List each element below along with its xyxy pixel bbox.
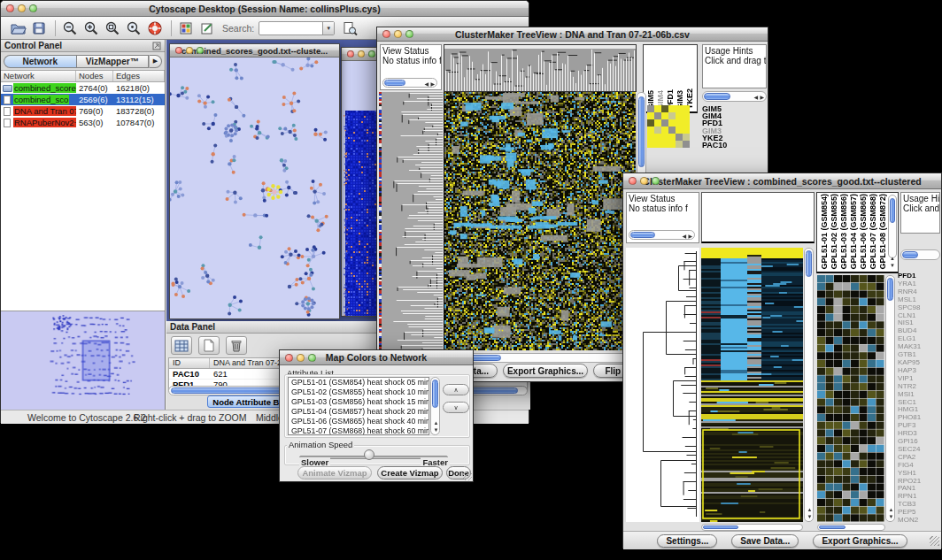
network1-titlebar[interactable]: combined_scores_good.txt--cluste... <box>170 44 339 58</box>
similarity-matrix-canvas[interactable] <box>647 105 690 148</box>
arrow-right-icon[interactable]: ▶ <box>688 234 692 239</box>
network-row[interactable]: RNAPuberNov2+| 563(0) 107847(0) <box>1 117 165 128</box>
usage-hints-scrollbar[interactable]: ◀▶ <box>702 91 767 102</box>
zoom-window-icon[interactable] <box>197 47 204 54</box>
attribute-item[interactable]: GPL51-07 (GSM868) heat shock 60 min <box>289 426 429 435</box>
treeview1-titlebar[interactable]: ClusterMaker TreeView : DNA and Tran 07-… <box>377 27 768 42</box>
network-view-window-1[interactable]: combined_scores_good.txt--cluste... <box>169 43 340 319</box>
arrow-up-icon[interactable]: ▲ <box>889 507 894 512</box>
zoom-selected-button[interactable] <box>103 19 122 38</box>
treeview2-action-button[interactable]: Save Data... <box>731 534 799 548</box>
detail-hscrollbar[interactable] <box>817 524 885 531</box>
open-session-button[interactable] <box>8 19 27 38</box>
vizmap-button[interactable] <box>176 19 196 38</box>
array-label[interactable]: GPL51-08 (GSM872) <box>878 194 887 270</box>
zoom-fit-button[interactable] <box>124 19 143 38</box>
array-label[interactable]: GPL51-04 (GSM857) <box>849 194 858 270</box>
array-label[interactable]: GPL51-01 (GSM854) <box>820 194 829 270</box>
arrow-right-icon[interactable]: ▶ <box>760 95 764 100</box>
panel-tab[interactable]: VizMapper™ <box>76 55 150 68</box>
treeview2-action-button[interactable]: Settings... <box>657 534 717 548</box>
column-header-edges[interactable]: Edges <box>113 71 165 81</box>
arrow-up-icon[interactable]: ▲ <box>890 256 895 261</box>
attribute-list-scrollbar[interactable]: ▲▼ <box>430 377 440 435</box>
zoom-in-button[interactable] <box>81 19 101 38</box>
arrow-down-icon[interactable]: ▼ <box>807 514 813 519</box>
zoom-window-icon[interactable] <box>308 354 316 362</box>
zoom-window-icon[interactable] <box>652 177 660 185</box>
usage-hints-scrollbar[interactable] <box>900 249 940 260</box>
heatmap-vscrollbar[interactable]: ▲▼ <box>804 248 814 522</box>
row-dendrogram[interactable] <box>626 248 699 522</box>
attribute-item[interactable]: GPL51-06 (GSM865) heat shock 40 min <box>289 417 429 426</box>
new-attribute-button[interactable] <box>198 336 220 355</box>
arrow-down-icon[interactable]: ▼ <box>890 263 895 268</box>
slider-thumb[interactable] <box>364 449 374 460</box>
minimize-icon[interactable] <box>640 177 648 185</box>
chevron-down-icon[interactable]: ▼ <box>322 22 334 35</box>
zoom-out-button[interactable] <box>60 19 80 38</box>
array-label[interactable]: GPL51-03 (GSM856) <box>839 194 848 270</box>
annotation-button[interactable] <box>197 19 217 38</box>
zoom-window-icon[interactable] <box>368 50 375 58</box>
minimize-icon[interactable] <box>186 47 193 54</box>
traffic-lights[interactable] <box>6 4 37 12</box>
arrow-left-icon[interactable]: ◀ <box>424 81 429 87</box>
arrow-down-icon[interactable]: ▼ <box>889 514 894 519</box>
network-overview-thumbnail[interactable] <box>1 311 165 410</box>
arrow-up-icon[interactable]: ▲ <box>807 507 813 512</box>
zoom-window-icon[interactable] <box>29 4 37 12</box>
array-label[interactable]: GPL51-06 (GSM865) <box>859 194 868 270</box>
network-row[interactable]: DNA and Tran 07 769(0) 183728(0) <box>1 105 165 117</box>
matrix-gene-label[interactable]: PAC10 <box>702 142 727 149</box>
select-attributes-button[interactable] <box>171 336 192 355</box>
treeview2-titlebar[interactable]: ClusterMaker TreeView : combined_scores_… <box>623 173 941 189</box>
minimize-icon[interactable] <box>18 4 26 12</box>
close-icon[interactable] <box>629 177 637 185</box>
move-up-button[interactable]: ∧ <box>443 384 469 395</box>
attribute-item[interactable]: GPL51-04 (GSM857) heat shock 20 min <box>289 407 429 417</box>
advanced-search-button[interactable] <box>340 19 359 38</box>
arrow-down-icon[interactable]: ▼ <box>434 427 439 433</box>
column-header-id[interactable]: ID <box>169 358 210 368</box>
delete-attribute-button[interactable] <box>226 336 247 355</box>
close-icon[interactable] <box>382 30 390 38</box>
attribute-item[interactable]: GPL51-02 (GSM855) heat shock 10 min <box>289 387 429 397</box>
float-panel-icon[interactable] <box>152 42 161 50</box>
search-input[interactable]: ▼ <box>259 21 335 35</box>
minimize-icon[interactable] <box>394 30 402 38</box>
view-status-scrollbar[interactable]: ◀▶ <box>629 230 695 240</box>
gene-label[interactable]: MON2 <box>898 517 942 524</box>
create-vizmap-button[interactable]: Create Vizmap <box>377 466 443 479</box>
move-down-button[interactable]: ∨ <box>443 402 469 413</box>
panel-tab[interactable]: Network <box>4 55 76 68</box>
view-status-scrollbar[interactable]: ◀▶ <box>382 78 437 88</box>
minimize-icon[interactable] <box>358 50 365 58</box>
network-clusters-canvas[interactable] <box>170 58 339 318</box>
close-icon[interactable] <box>347 50 354 58</box>
network-row[interactable]: combined_scores_ 2764(0) 16218(0) <box>1 82 165 94</box>
row-dendrogram[interactable] <box>379 92 443 350</box>
detail-vscrollbar[interactable]: ▲▼ <box>885 275 895 522</box>
column-dendrogram[interactable] <box>444 44 637 92</box>
attribute-item[interactable]: GPL51-03 (GSM856) heat shock 15 min <box>289 397 429 407</box>
dialog-titlebar[interactable]: Map Colors to Network <box>280 350 473 365</box>
heatmap-hscrollbar[interactable] <box>701 524 803 531</box>
column-header-nodes[interactable]: Nodes <box>76 71 113 81</box>
array-label[interactable]: GPL51-02 (GSM855) <box>830 194 838 270</box>
main-titlebar[interactable]: Cytoscape Desktop (Session Name: collins… <box>1 1 529 17</box>
minimize-icon[interactable] <box>297 354 305 362</box>
arrow-up-icon[interactable]: ▲ <box>434 420 439 426</box>
done-button[interactable]: Done <box>446 466 471 479</box>
network-row[interactable]: combined_sco 2569(6) 13112(15) <box>1 94 165 105</box>
detail-heatmap-canvas[interactable] <box>817 275 884 522</box>
arrow-left-icon[interactable]: ◀ <box>753 95 758 100</box>
close-icon[interactable] <box>6 4 14 12</box>
export-graphics-button[interactable]: Export Graphics... <box>503 364 588 378</box>
arrow-right-icon[interactable]: ▶ <box>430 81 435 87</box>
column-dendrogram-area[interactable] <box>701 192 815 243</box>
labels-vscrollbar[interactable] <box>888 195 897 258</box>
help-button[interactable] <box>145 19 165 38</box>
heatmap-canvas[interactable] <box>701 248 803 522</box>
heatmap-canvas[interactable] <box>444 92 636 350</box>
